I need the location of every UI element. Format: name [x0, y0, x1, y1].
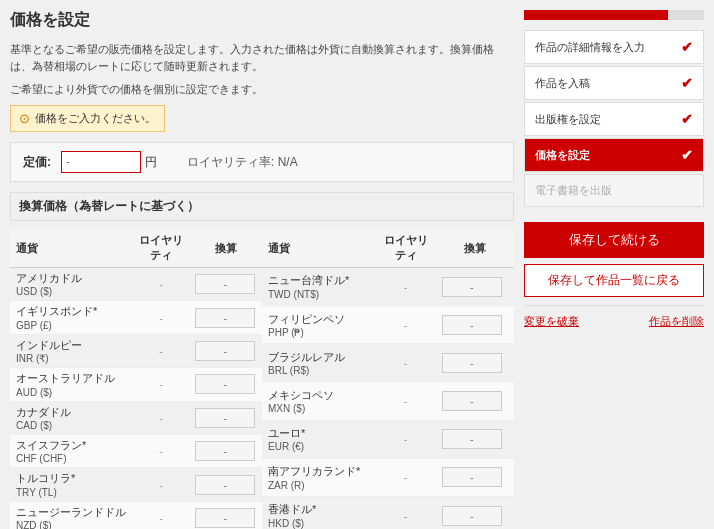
exchange-cell[interactable]: [189, 501, 262, 529]
exchange-input[interactable]: [442, 391, 502, 411]
col-header-currency-left: 通貨: [10, 229, 133, 268]
currency-name: ブラジルレアル BRL (R$): [262, 344, 375, 382]
exchange-input[interactable]: [195, 274, 255, 294]
progress-bar: [524, 10, 704, 20]
exchange-cell[interactable]: [436, 268, 514, 306]
exchange-cell[interactable]: [436, 458, 514, 496]
currency-grid: 通貨 ロイヤリティ 換算 アメリカドル USD ($) - イギリスポンド* G…: [10, 229, 514, 529]
royalty-label: ロイヤリティ率: N/A: [187, 154, 298, 171]
teika-unit: 円: [145, 154, 157, 171]
exchange-cell[interactable]: [436, 306, 514, 344]
currency-name: カナダドル CAD ($): [10, 401, 133, 434]
table-row: スイスフラン* CHF (CHF) -: [10, 434, 262, 467]
exchange-cell[interactable]: [436, 344, 514, 382]
step-label: 作品を入稿: [535, 76, 590, 91]
exchange-input[interactable]: [195, 341, 255, 361]
teika-input[interactable]: [61, 151, 141, 173]
teika-input-group: 円: [61, 151, 157, 173]
step-item-step5: 電子書籍を出版: [524, 174, 704, 207]
royalty-value: -: [133, 268, 189, 301]
table-row: メキシコペソ MXN ($) -: [262, 382, 514, 420]
step-item-step3[interactable]: 出版権を設定✔: [524, 102, 704, 136]
step-item-step4[interactable]: 価格を設定✔: [524, 138, 704, 172]
sidebar-bottom-links: 変更を破棄 作品を削除: [524, 305, 704, 329]
kansan-section: 換算価格（為替レートに基づく） 通貨 ロイヤリティ 換算 アメリカドル USD …: [10, 192, 514, 529]
currency-name: スイスフラン* CHF (CHF): [10, 434, 133, 467]
royalty-value: -: [133, 468, 189, 501]
teika-row: 定価: 円 ロイヤリティ率: N/A: [10, 142, 514, 182]
royalty-value: -: [133, 301, 189, 334]
exchange-input[interactable]: [195, 508, 255, 528]
save-continue-button[interactable]: 保存して続ける: [524, 222, 704, 258]
currency-name: メキシコペソ MXN ($): [262, 382, 375, 420]
exchange-cell[interactable]: [436, 382, 514, 420]
royalty-value: -: [375, 344, 436, 382]
sidebar-buttons: 保存して続ける 保存して作品一覧に戻る 変更を破棄 作品を削除: [524, 222, 704, 329]
exchange-input[interactable]: [442, 506, 502, 526]
discard-button[interactable]: 変更を破棄: [524, 314, 579, 329]
description-line1: 基準となるご希望の販売価格を設定します。入力された価格は外貨に自動換算されます。…: [10, 41, 514, 74]
royalty-value: -: [375, 458, 436, 496]
exchange-cell[interactable]: [189, 468, 262, 501]
exchange-cell[interactable]: [189, 334, 262, 367]
step-label: 価格を設定: [535, 148, 590, 163]
royalty-value: -: [133, 434, 189, 467]
check-icon: ✔: [681, 111, 693, 127]
exchange-cell[interactable]: [189, 268, 262, 301]
currency-name: オーストラリアドル AUD ($): [10, 368, 133, 401]
currency-name: イギリスポンド* GBP (£): [10, 301, 133, 334]
sidebar: 作品の詳細情報を入力✔作品を入稿✔出版権を設定✔価格を設定✔電子書籍を出版 保存…: [524, 10, 704, 529]
currency-table-left: 通貨 ロイヤリティ 換算 アメリカドル USD ($) - イギリスポンド* G…: [10, 229, 262, 529]
warning-icon: ⊙: [19, 111, 30, 126]
delete-button[interactable]: 作品を削除: [649, 314, 704, 329]
table-row: ユーロ* EUR (€) -: [262, 420, 514, 458]
exchange-cell[interactable]: [189, 434, 262, 467]
table-row: トルコリラ* TRY (TL) -: [10, 468, 262, 501]
royalty-value: -: [375, 382, 436, 420]
currency-name: 香港ドル* HKD ($): [262, 496, 375, 529]
table-row: インドルピー INR (₹) -: [10, 334, 262, 367]
table-row: カナダドル CAD ($) -: [10, 401, 262, 434]
currency-name: ユーロ* EUR (€): [262, 420, 375, 458]
step-item-step1[interactable]: 作品の詳細情報を入力✔: [524, 30, 704, 64]
step-item-step2[interactable]: 作品を入稿✔: [524, 66, 704, 100]
exchange-cell[interactable]: [189, 401, 262, 434]
steps-container: 作品の詳細情報を入力✔作品を入稿✔出版権を設定✔価格を設定✔電子書籍を出版: [524, 30, 704, 207]
col-header-exchange-left: 換算: [189, 229, 262, 268]
col-header-currency-right: 通貨: [262, 229, 375, 268]
exchange-input[interactable]: [442, 429, 502, 449]
exchange-input[interactable]: [195, 475, 255, 495]
progress-fill: [524, 10, 668, 20]
table-row: フィリピンペソ PHP (₱) -: [262, 306, 514, 344]
step-label: 作品の詳細情報を入力: [535, 40, 645, 55]
exchange-input[interactable]: [442, 353, 502, 373]
save-back-button[interactable]: 保存して作品一覧に戻る: [524, 264, 704, 297]
exchange-cell[interactable]: [189, 368, 262, 401]
description-line2: ご希望により外貨での価格を個別に設定できます。: [10, 82, 514, 97]
exchange-input[interactable]: [195, 374, 255, 394]
table-row: ニュージーランドドル NZD ($) -: [10, 501, 262, 529]
kansan-title: 換算価格（為替レートに基づく）: [10, 192, 514, 221]
currency-table-right: 通貨 ロイヤリティ 換算 ニュー台湾ドル* TWD (NT$) - フィリピンペ…: [262, 229, 514, 529]
exchange-cell[interactable]: [189, 301, 262, 334]
exchange-input[interactable]: [442, 315, 502, 335]
royalty-value: -: [133, 501, 189, 529]
exchange-input[interactable]: [195, 308, 255, 328]
currency-name: インドルピー INR (₹): [10, 334, 133, 367]
exchange-input[interactable]: [442, 277, 502, 297]
progress-section: [524, 10, 704, 20]
table-row: ニュー台湾ドル* TWD (NT$) -: [262, 268, 514, 306]
warning-box: ⊙ 価格をご入力ください。: [10, 105, 165, 132]
exchange-input[interactable]: [442, 467, 502, 487]
warning-text: 価格をご入力ください。: [35, 111, 156, 126]
currency-name: アメリカドル USD ($): [10, 268, 133, 301]
table-row: ブラジルレアル BRL (R$) -: [262, 344, 514, 382]
exchange-input[interactable]: [195, 441, 255, 461]
teika-label: 定価:: [23, 154, 51, 171]
exchange-cell[interactable]: [436, 496, 514, 529]
exchange-cell[interactable]: [436, 420, 514, 458]
exchange-input[interactable]: [195, 408, 255, 428]
currency-name: ニュー台湾ドル* TWD (NT$): [262, 268, 375, 306]
check-icon: ✔: [681, 75, 693, 91]
table-row: イギリスポンド* GBP (£) -: [10, 301, 262, 334]
